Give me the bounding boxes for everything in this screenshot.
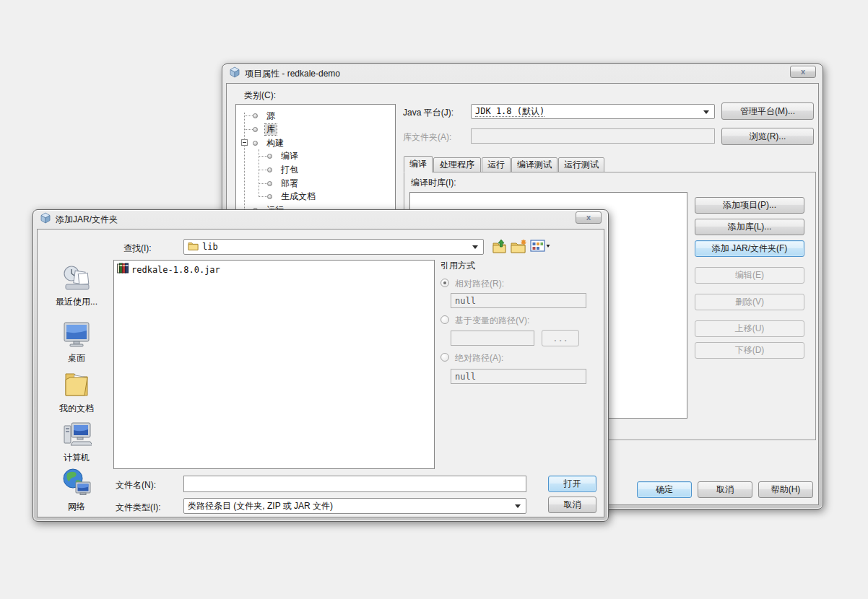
tree-line bbox=[259, 183, 267, 184]
network-icon bbox=[61, 468, 92, 499]
cancel-button[interactable]: 取消 bbox=[698, 481, 752, 498]
jar-archive-icon bbox=[117, 263, 129, 276]
add-library-button[interactable]: 添加库(L)... bbox=[695, 219, 804, 235]
variable-path-label: 基于变量的路径(V): bbox=[455, 315, 529, 327]
tree-item-build[interactable]: 构建 bbox=[265, 138, 285, 149]
tree-line bbox=[245, 129, 253, 130]
new-folder-icon[interactable] bbox=[511, 239, 527, 257]
look-in-label: 查找(I): bbox=[123, 242, 152, 255]
tree-line bbox=[244, 113, 245, 211]
tree-item-compile[interactable]: 编译 bbox=[279, 151, 300, 162]
place-network[interactable]: 网络 bbox=[45, 468, 108, 513]
file-type-select[interactable]: 类路径条目 (文件夹, ZIP 或 JAR 文件) bbox=[183, 498, 526, 514]
file-type-label: 文件类型(I): bbox=[116, 502, 161, 514]
tab-compile[interactable]: 编译 bbox=[404, 156, 433, 172]
desktop-icon bbox=[61, 320, 92, 351]
tree-item-package[interactable]: 打包 bbox=[279, 165, 300, 175]
place-desktop[interactable]: 桌面 bbox=[45, 320, 108, 364]
netbeans-cube-icon bbox=[229, 66, 240, 81]
dialog-title: 添加JAR/文件夹 bbox=[56, 214, 118, 226]
up-folder-icon[interactable] bbox=[492, 239, 507, 257]
java-platform-value: JDK 1.8 (默认) bbox=[475, 107, 544, 117]
tree-node-icon bbox=[253, 127, 258, 132]
file-type-value: 类路径条目 (文件夹, ZIP 或 JAR 文件) bbox=[188, 500, 333, 512]
place-documents[interactable]: 我的文档 bbox=[45, 370, 108, 415]
ok-button[interactable]: 确定 bbox=[637, 481, 692, 498]
look-in-value: lib bbox=[202, 242, 218, 252]
absolute-path-radio[interactable] bbox=[440, 353, 449, 362]
tree-node-icon bbox=[267, 181, 272, 186]
tab-run[interactable]: 运行 bbox=[482, 157, 511, 172]
tree-item-libraries[interactable]: 库 bbox=[265, 124, 277, 135]
add-jar-folder-titlebar[interactable]: 添加JAR/文件夹 x bbox=[33, 210, 608, 229]
place-recent[interactable]: 最近使用... bbox=[45, 264, 108, 308]
variable-path-field[interactable] bbox=[451, 331, 534, 346]
tree-line bbox=[259, 196, 267, 197]
cancel-button[interactable]: 取消 bbox=[548, 497, 596, 513]
computer-icon bbox=[61, 420, 92, 450]
absolute-path-field[interactable]: null bbox=[451, 369, 586, 384]
edit-button[interactable]: 编辑(E) bbox=[695, 267, 804, 284]
file-name-input[interactable] bbox=[183, 476, 526, 492]
desktop: 项目属性 - redkale-demo x 类别(C): 源 库 构建 bbox=[0, 0, 868, 599]
add-project-button[interactable]: 添加项目(P)... bbox=[695, 197, 804, 214]
add-jar-folder-dialog: 添加JAR/文件夹 x 查找(I): lib bbox=[32, 209, 609, 522]
views-menu-icon[interactable] bbox=[530, 240, 550, 255]
open-button[interactable]: 打开 bbox=[548, 476, 596, 492]
documents-icon bbox=[61, 370, 92, 401]
tab-processor[interactable]: 处理程序 bbox=[433, 157, 481, 172]
recent-items-icon bbox=[61, 264, 92, 294]
place-label: 计算机 bbox=[45, 452, 108, 464]
tree-line bbox=[259, 156, 267, 157]
project-properties-titlebar[interactable]: 项目属性 - redkale-demo x bbox=[222, 64, 823, 83]
close-icon[interactable]: x bbox=[790, 66, 816, 78]
add-jar-folder-body: 查找(I): lib bbox=[37, 229, 604, 517]
tree-item-documentation[interactable]: 生成文档 bbox=[279, 191, 317, 202]
browse-button[interactable]: 浏览(R)... bbox=[721, 128, 814, 145]
tree-node-icon bbox=[253, 113, 258, 118]
close-icon[interactable]: x bbox=[576, 211, 602, 224]
add-jar-folder-button[interactable]: 添加 JAR/文件夹(F) bbox=[695, 240, 804, 257]
move-up-button[interactable]: 上移(U) bbox=[695, 320, 804, 337]
variable-path-radio[interactable] bbox=[440, 315, 449, 324]
look-in-select[interactable]: lib bbox=[183, 239, 484, 255]
tree-item-deploy[interactable]: 部署 bbox=[279, 178, 300, 189]
compile-libraries-label: 编译时库(I): bbox=[411, 177, 456, 189]
libraries-folder-label: 库文件夹(A): bbox=[403, 131, 451, 144]
file-name: redkale-1.8.0.jar bbox=[131, 265, 220, 275]
move-down-button[interactable]: 下移(D) bbox=[695, 342, 804, 359]
tab-run-tests[interactable]: 运行测试 bbox=[558, 157, 604, 172]
dialog-title: 项目属性 - redkale-demo bbox=[245, 68, 340, 80]
absolute-path-label: 绝对路径(A): bbox=[455, 352, 503, 364]
variable-browse-button[interactable]: ... bbox=[542, 330, 579, 346]
relative-path-radio[interactable] bbox=[440, 279, 449, 287]
netbeans-cube-icon bbox=[40, 212, 51, 227]
place-label: 桌面 bbox=[45, 352, 108, 364]
java-platform-select[interactable]: JDK 1.8 (默认) bbox=[471, 104, 715, 119]
relative-path-field[interactable]: null bbox=[451, 293, 586, 308]
file-name-label: 文件名(N): bbox=[116, 479, 156, 491]
relative-path-label: 相对路径(R): bbox=[455, 278, 504, 290]
help-button[interactable]: 帮助(H) bbox=[758, 481, 813, 498]
place-label: 网络 bbox=[45, 501, 108, 513]
tree-node-icon bbox=[267, 194, 272, 199]
folder-icon bbox=[188, 241, 199, 253]
libraries-folder-field[interactable] bbox=[471, 128, 715, 144]
file-row-redkale-jar[interactable]: redkale-1.8.0.jar bbox=[114, 261, 434, 279]
manage-platforms-button[interactable]: 管理平台(M)... bbox=[721, 102, 814, 120]
reference-type-title: 引用方式 bbox=[440, 260, 475, 272]
tree-line bbox=[259, 170, 267, 170]
place-label: 我的文档 bbox=[45, 403, 108, 415]
category-label: 类别(C): bbox=[244, 89, 276, 102]
place-computer[interactable]: 计算机 bbox=[45, 420, 108, 464]
tab-compile-tests[interactable]: 编译测试 bbox=[511, 157, 557, 172]
tree-item-sources[interactable]: 源 bbox=[265, 110, 277, 121]
tree-line bbox=[245, 115, 253, 116]
remove-button[interactable]: 删除(V) bbox=[695, 294, 804, 310]
collapse-icon[interactable] bbox=[241, 139, 248, 146]
tree-node-icon bbox=[253, 141, 258, 146]
file-list[interactable]: redkale-1.8.0.jar bbox=[113, 260, 435, 469]
java-platform-label: Java 平台(J): bbox=[403, 107, 453, 119]
place-label: 最近使用... bbox=[45, 296, 108, 308]
tree-node-icon bbox=[267, 167, 272, 172]
